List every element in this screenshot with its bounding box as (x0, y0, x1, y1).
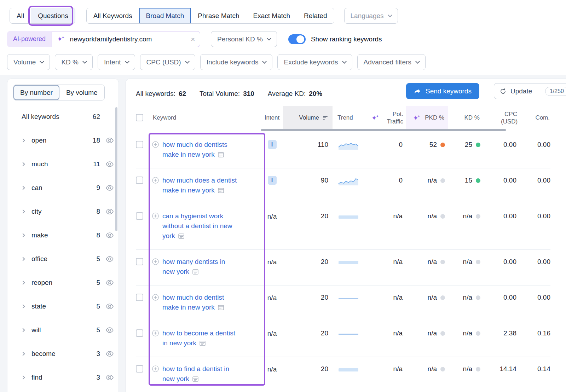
clear-search-icon[interactable]: × (191, 36, 195, 43)
serp-features-icon[interactable] (178, 232, 184, 242)
select-all-checkbox[interactable] (136, 114, 143, 121)
eye-icon[interactable] (106, 375, 114, 380)
row-checkbox[interactable] (136, 294, 143, 301)
row-checkbox[interactable] (136, 212, 143, 220)
filter-intent[interactable]: Intent (98, 54, 135, 70)
serp-features-icon[interactable] (200, 339, 206, 349)
filter-cpc[interactable]: CPC (USD) (140, 54, 195, 70)
keyword-link[interactable]: how much do dentist make in new york (162, 294, 224, 311)
tab-phrase-match[interactable]: Phrase Match (191, 8, 246, 23)
keyword-group-row[interactable]: can 9 (7, 176, 119, 200)
add-keyword-icon[interactable] (152, 365, 159, 385)
eye-icon[interactable] (106, 256, 114, 262)
eye-icon[interactable] (106, 280, 114, 286)
keyword-group-row[interactable]: office 5 (7, 247, 119, 271)
serp-features-icon[interactable] (218, 303, 224, 313)
ai-sparkle-icon: ✦✦ (57, 36, 65, 42)
keyword-group-row[interactable]: make 8 (7, 223, 119, 247)
col-cpc[interactable]: CPC (USD) (483, 110, 519, 126)
update-button[interactable]: Update 1/250 (494, 83, 566, 99)
serp-features-icon[interactable] (192, 267, 198, 277)
add-keyword-icon[interactable] (152, 177, 159, 196)
search-query-text[interactable]: newyorkfamilydentistry.com (70, 35, 186, 43)
row-checkbox[interactable] (136, 177, 143, 184)
by-number-button[interactable]: By number (13, 85, 59, 100)
filter-volume-label: Volume (13, 58, 36, 66)
col-intent[interactable]: Intent (261, 114, 283, 121)
add-keyword-icon[interactable] (152, 213, 159, 242)
row-checkbox[interactable] (136, 365, 143, 373)
send-keywords-button[interactable]: Send keywords (406, 83, 479, 99)
filter-volume[interactable]: Volume (7, 54, 50, 70)
search-input[interactable]: ✦✦ newyorkfamilydentistry.com × (52, 31, 200, 47)
add-keyword-icon[interactable] (152, 258, 159, 277)
col-kd[interactable]: KD % (448, 114, 483, 121)
add-keyword-icon[interactable] (152, 330, 159, 349)
sidebar-scrollbar[interactable] (115, 107, 117, 231)
col-keyword[interactable]: Keyword (152, 114, 261, 121)
horizontal-scrollbar[interactable] (261, 129, 506, 131)
keyword-group-row[interactable]: much 11 (7, 152, 119, 176)
filter-include-keywords[interactable]: Include keywords (200, 54, 273, 70)
row-checkbox[interactable] (136, 329, 143, 337)
keyword-group-row[interactable]: find 3 (7, 365, 119, 389)
filter-exclude-keywords[interactable]: Exclude keywords (277, 54, 352, 70)
show-ranking-keywords-toggle[interactable] (288, 34, 306, 44)
col-pkd[interactable]: ✦✦ PKD % (406, 106, 448, 130)
group-count: 5 (96, 326, 100, 334)
chevron-right-icon (21, 162, 25, 166)
volume-value: 90 (283, 175, 333, 185)
languages-dropdown[interactable]: Languages (344, 8, 398, 24)
chevron-down-icon (415, 59, 420, 64)
keyword-link[interactable]: how to become a dentist in new york (162, 329, 235, 347)
col-pot-traffic[interactable]: ✦✦ Pot. Traffic (366, 110, 406, 126)
add-keyword-icon[interactable] (152, 294, 159, 313)
serp-features-icon[interactable] (218, 150, 224, 160)
pkd-dot (440, 214, 445, 219)
tab-all[interactable]: All (10, 8, 31, 23)
filter-kd[interactable]: KD % (55, 54, 93, 70)
eye-icon[interactable] (106, 185, 114, 191)
eye-icon[interactable] (106, 304, 114, 309)
tab-broad-match[interactable]: Broad Match (139, 8, 191, 23)
keyword-link[interactable]: how many dentists in new york (162, 258, 225, 275)
update-counter-badge: 1/250 (545, 87, 566, 96)
keyword-group-row[interactable]: state 5 (7, 294, 119, 318)
tab-related[interactable]: Related (297, 8, 334, 23)
personal-kd-dropdown[interactable]: Personal KD % (211, 31, 277, 47)
col-com[interactable]: Com. (519, 114, 550, 121)
tab-questions[interactable]: Questions (31, 8, 75, 23)
keyword-group-row[interactable]: open 18 (7, 128, 119, 152)
eye-icon[interactable] (106, 161, 114, 167)
row-checkbox[interactable] (136, 258, 143, 265)
stat-all-keywords-label: All keywords: (136, 90, 175, 98)
eye-icon[interactable] (106, 209, 114, 214)
eye-icon[interactable] (106, 138, 114, 143)
by-volume-button[interactable]: By volume (59, 85, 104, 100)
volume-value: 20 (283, 328, 333, 338)
keyword-group-row[interactable]: reopen 5 (7, 271, 119, 294)
tab-all-keywords[interactable]: All Keywords (87, 8, 139, 23)
keyword-link[interactable]: how to find a dentist in new york (162, 365, 229, 382)
eye-icon[interactable] (106, 232, 114, 238)
serp-features-icon[interactable] (192, 375, 198, 385)
eye-icon[interactable] (106, 351, 114, 357)
chevron-down-icon (40, 59, 45, 64)
keyword-group-row[interactable]: will 5 (7, 318, 119, 342)
all-keywords-group-row[interactable]: All keywords 62 (7, 113, 119, 121)
languages-label: Languages (351, 12, 384, 20)
row-checkbox[interactable] (136, 141, 143, 148)
filter-advanced[interactable]: Advanced filters (357, 54, 426, 70)
keyword-link[interactable]: how much do dentists make in new york (162, 141, 227, 158)
keyword-link[interactable]: how much does a dentist make in new york (162, 177, 237, 194)
serp-features-icon[interactable] (218, 186, 224, 196)
kd-dot (476, 260, 480, 264)
col-volume[interactable]: Volume (283, 106, 333, 130)
all-keywords-label: All keywords (22, 113, 59, 121)
tab-exact-match[interactable]: Exact Match (246, 8, 297, 23)
keyword-group-row[interactable]: city 8 (7, 200, 119, 223)
keyword-group-row[interactable]: become 3 (7, 342, 119, 365)
add-keyword-icon[interactable] (152, 141, 159, 160)
keyword-link[interactable]: can a hygienist work without a dentist i… (162, 212, 232, 240)
eye-icon[interactable] (106, 327, 114, 333)
